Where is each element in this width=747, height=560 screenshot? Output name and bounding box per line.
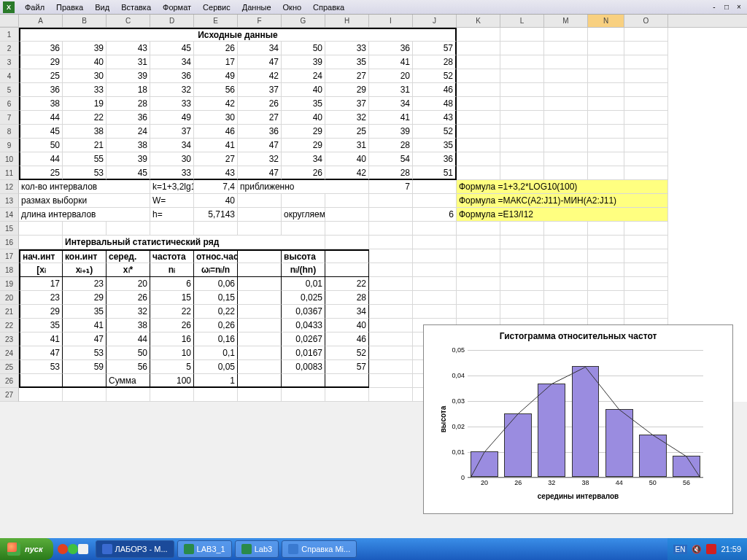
cell[interactable]: 41 (63, 319, 107, 332)
row-header[interactable]: 1 (0, 28, 19, 42)
cell[interactable] (624, 291, 668, 305)
cell[interactable]: 34 (238, 42, 282, 55)
cell[interactable] (500, 277, 544, 291)
row-header[interactable]: 8 (0, 125, 19, 139)
cell[interactable] (588, 222, 624, 236)
cell[interactable]: 29 (63, 291, 107, 305)
cell[interactable] (282, 374, 325, 388)
cell[interactable]: 28 (369, 166, 413, 180)
cell[interactable] (588, 305, 624, 319)
row-header[interactable]: 25 (0, 360, 19, 374)
cell[interactable] (544, 28, 588, 42)
cell[interactable] (238, 249, 282, 263)
cell[interactable] (624, 139, 668, 152)
cell[interactable] (63, 388, 107, 402)
cell[interactable]: 27 (325, 69, 369, 83)
cell[interactable] (413, 263, 457, 277)
cell[interactable]: [xᵢ (19, 263, 63, 277)
cell[interactable] (588, 97, 624, 111)
cell[interactable] (624, 125, 668, 139)
cell[interactable]: 46 (413, 83, 457, 97)
chart-histogram[interactable]: Гистограмма относительных частот высота … (423, 324, 733, 514)
cell[interactable]: 0,16 (194, 332, 238, 346)
cell[interactable]: 40 (282, 111, 325, 125)
language-indicator[interactable]: EN (673, 545, 688, 554)
cell[interactable] (238, 208, 282, 222)
cell[interactable] (624, 166, 668, 180)
cell[interactable]: 32 (325, 111, 369, 125)
cell[interactable]: 1 (194, 374, 238, 388)
cell[interactable] (457, 42, 500, 55)
cell[interactable] (624, 97, 668, 111)
cell[interactable]: 47 (238, 55, 282, 69)
cell[interactable] (238, 360, 282, 374)
cell[interactable] (194, 388, 238, 402)
cell[interactable] (457, 263, 500, 277)
column-header[interactable]: J (413, 15, 457, 27)
cell[interactable]: 26 (150, 319, 194, 332)
cell[interactable] (544, 166, 588, 180)
cell[interactable]: 39 (63, 42, 107, 55)
cell[interactable] (63, 222, 107, 236)
cell[interactable] (238, 319, 282, 332)
cell[interactable] (588, 236, 624, 249)
cell[interactable]: nᵢ/(hn) (282, 263, 325, 277)
cell[interactable]: 32 (150, 83, 194, 97)
cell[interactable] (544, 277, 588, 291)
cell[interactable]: 47 (63, 332, 107, 346)
cell[interactable] (588, 263, 624, 277)
cell[interactable] (544, 236, 588, 249)
cell[interactable]: 45 (107, 166, 150, 180)
cell[interactable]: 24 (282, 69, 325, 83)
cell[interactable]: кон.инт (63, 249, 107, 263)
cell[interactable]: 7 (369, 180, 413, 194)
cell[interactable]: 21 (63, 139, 107, 152)
cell[interactable] (457, 166, 500, 180)
cell[interactable]: 25 (19, 166, 63, 180)
row-header[interactable]: 4 (0, 69, 19, 83)
cell[interactable] (369, 222, 413, 236)
cell[interactable]: 54 (369, 152, 413, 166)
cell[interactable] (194, 222, 238, 236)
taskbar-item[interactable]: Lab3 (235, 540, 279, 558)
cell[interactable]: 47 (19, 346, 63, 360)
menu-format[interactable]: Формат (157, 1, 197, 13)
cell[interactable] (369, 249, 413, 263)
cell[interactable]: 41 (369, 55, 413, 69)
title-cell[interactable]: Исходные данные (19, 28, 457, 42)
cell[interactable] (500, 291, 544, 305)
cell[interactable] (500, 42, 544, 55)
cell[interactable]: 26 (282, 166, 325, 180)
row-header[interactable]: 7 (0, 111, 19, 125)
cell[interactable]: 22 (150, 305, 194, 319)
cell[interactable] (588, 166, 624, 180)
taskbar-item[interactable]: Справка Mi... (282, 540, 357, 558)
menu-service[interactable]: Сервис (197, 1, 236, 13)
cell[interactable]: 22 (325, 277, 369, 291)
start-button[interactable]: пуск (0, 538, 53, 560)
cell[interactable] (325, 249, 369, 263)
cell[interactable] (624, 222, 668, 236)
cell[interactable] (369, 305, 413, 319)
cell[interactable]: 36 (19, 42, 63, 55)
cell[interactable] (544, 249, 588, 263)
cell[interactable]: 35 (19, 319, 63, 332)
cell[interactable]: 46 (325, 332, 369, 346)
cell[interactable] (369, 194, 413, 208)
cell[interactable]: 26 (107, 291, 150, 305)
cell[interactable] (325, 208, 369, 222)
cell[interactable]: 28 (325, 291, 369, 305)
cell[interactable]: xᵢ₊₁) (63, 263, 107, 277)
cell[interactable]: 23 (63, 277, 107, 291)
cell[interactable]: 35 (63, 305, 107, 319)
cell[interactable]: длина интервалов (19, 208, 150, 222)
cell[interactable]: 42 (325, 166, 369, 180)
cell[interactable]: 56 (194, 83, 238, 97)
column-header[interactable]: F (238, 15, 282, 27)
cell[interactable] (544, 55, 588, 69)
quicklaunch-icon[interactable] (58, 544, 68, 554)
cell[interactable] (624, 263, 668, 277)
cell[interactable] (457, 305, 500, 319)
cell[interactable] (325, 263, 369, 277)
cell[interactable]: 53 (63, 346, 107, 360)
